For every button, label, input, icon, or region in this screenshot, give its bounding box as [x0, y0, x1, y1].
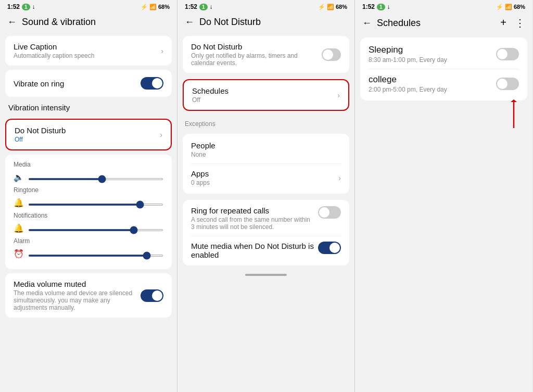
- schedules-list-card: Sleeping 8:30 am-1:00 pm, Every day coll…: [360, 37, 527, 100]
- sleeping-name: Sleeping: [369, 45, 447, 55]
- ring-repeated-text: Ring for repeated calls A second call fr…: [191, 206, 314, 231]
- ringtone-slider[interactable]: [28, 204, 163, 206]
- sleeping-row[interactable]: Sleeping 8:30 am-1:00 pm, Every day: [369, 45, 519, 64]
- people-row[interactable]: People None: [183, 136, 349, 163]
- dnd-main-card: Do Not Disturb Only get notified by alar…: [183, 36, 349, 73]
- download-icon-3: ↓: [387, 3, 390, 10]
- schedules-label: Schedules: [192, 86, 229, 95]
- schedules-text: Schedules Off: [192, 86, 229, 104]
- college-toggle[interactable]: [496, 78, 519, 90]
- college-text: college 2:00 pm-5:00 pm, Every day: [369, 74, 447, 93]
- mute-media-text: Mute media when Do Not Disturb is enable…: [191, 242, 314, 259]
- alarm-slider-row: ⏰: [14, 249, 163, 259]
- notifications-slider[interactable]: [28, 229, 163, 231]
- status-bar-1: 1:52 1 ↓ ⚡ 📶 68%: [0, 0, 177, 12]
- download-icon-1: ↓: [32, 3, 35, 10]
- media-muted-label: Media volume muted: [14, 280, 136, 288]
- apps-sublabel: 0 apps: [191, 179, 210, 186]
- media-slider-row: 🔈: [14, 172, 163, 182]
- more-options-button[interactable]: ⋮: [515, 17, 525, 29]
- live-caption-card[interactable]: Live Caption Automatically caption speec…: [5, 36, 172, 66]
- svg-marker-1: [511, 99, 517, 102]
- vibrate-on-ring-toggle[interactable]: [141, 77, 163, 90]
- media-muted-text: Media volume muted The media volume and …: [14, 280, 136, 311]
- notifications-slider-row: 🔔: [14, 223, 163, 233]
- bottom-strip-2: [183, 270, 349, 280]
- back-button-1[interactable]: ←: [7, 17, 17, 28]
- download-icon-2: ↓: [210, 3, 213, 10]
- status-bar-3: 1:52 1 ↓ ⚡ 📶 68%: [355, 0, 532, 12]
- back-button-3[interactable]: ←: [362, 18, 372, 29]
- status-right-2: ⚡ 📶 68%: [318, 4, 347, 10]
- battery-2: 68%: [336, 4, 347, 10]
- bluetooth-icon-2: ⚡: [318, 4, 325, 10]
- sleeping-text: Sleeping 8:30 am-1:00 pm, Every day: [369, 45, 447, 64]
- media-slider-group: Media 🔈: [14, 161, 163, 182]
- signal-icon-2: 📶: [327, 4, 334, 10]
- back-button-2[interactable]: ←: [185, 17, 194, 28]
- schedules-row: Schedules Off ›: [192, 86, 340, 104]
- bottom-opt-divider: [191, 236, 341, 236]
- dnd-main-text: Do Not Disturb Only get notified by alar…: [191, 42, 322, 67]
- media-muted-toggle[interactable]: [141, 289, 163, 302]
- battery-1: 68%: [158, 4, 170, 10]
- mute-media-toggle[interactable]: [318, 242, 341, 254]
- page-title-2: Do Not Disturb: [199, 17, 261, 28]
- people-text: People None: [191, 141, 215, 158]
- notifications-label: Notifications: [14, 212, 163, 219]
- ring-repeated-row: Ring for repeated calls A second call fr…: [191, 206, 341, 231]
- do-not-disturb-card[interactable]: Do Not Disturb Off ›: [5, 119, 172, 150]
- vibration-intensity-label: Vibration intensity: [8, 103, 70, 112]
- live-caption-row: Live Caption Automatically caption speec…: [14, 42, 163, 59]
- mute-media-row: Mute media when Do Not Disturb is enable…: [191, 242, 341, 259]
- ringtone-slider-group: Ringtone 🔔: [14, 186, 163, 208]
- college-row[interactable]: college 2:00 pm-5:00 pm, Every day: [369, 74, 519, 93]
- schedules-sublabel: Off: [192, 96, 229, 104]
- alarm-icon: ⏰: [14, 249, 24, 259]
- alarm-slider[interactable]: [28, 255, 163, 257]
- top-bar-2: ← Do Not Disturb: [177, 12, 354, 32]
- sliders-card: Media 🔈 Ringtone 🔔: [5, 155, 172, 269]
- status-left-1: 1:52 1 ↓: [7, 3, 35, 10]
- college-time: 2:00 pm-5:00 pm, Every day: [369, 86, 447, 93]
- panel2-content: Do Not Disturb Only get notified by alar…: [177, 32, 354, 392]
- ringtone-slider-row: 🔔: [14, 198, 163, 208]
- college-name: college: [369, 74, 447, 85]
- top-bar-3: ← Schedules + ⋮: [355, 12, 532, 33]
- apps-row[interactable]: Apps 0 apps ›: [183, 164, 349, 192]
- sleeping-toggle[interactable]: [496, 48, 519, 60]
- status-left-3: 1:52 1 ↓: [362, 3, 390, 10]
- dnd-main-toggle[interactable]: [322, 48, 341, 61]
- schedules-top-actions: + ⋮: [500, 17, 525, 29]
- status-bar-2: 1:52 1 ↓ ⚡ 📶 68%: [177, 0, 354, 12]
- status-left-2: 1:52 1 ↓: [185, 3, 213, 10]
- dnd-row: Do Not Disturb Off ›: [15, 126, 162, 143]
- media-label: Media: [14, 161, 163, 168]
- live-caption-text: Live Caption Automatically caption speec…: [14, 42, 94, 59]
- add-schedule-button[interactable]: +: [500, 17, 506, 29]
- dnd-text: Do Not Disturb Off: [15, 126, 66, 143]
- top-bar-1: ← Sound & vibration: [0, 12, 177, 32]
- time-2: 1:52: [185, 3, 197, 10]
- media-slider[interactable]: [28, 178, 163, 180]
- panel1-content: Live Caption Automatically caption speec…: [0, 32, 177, 392]
- signal-icon-3: 📶: [505, 4, 512, 10]
- exceptions-section-label: Exceptions: [183, 117, 349, 130]
- time-3: 1:52: [362, 3, 375, 10]
- alarm-slider-wrap: [28, 249, 163, 259]
- panel-do-not-disturb: 1:52 1 ↓ ⚡ 📶 68% ← Do Not Disturb Do Not…: [177, 0, 355, 392]
- live-caption-label: Live Caption: [14, 42, 94, 51]
- bottom-options-card: Ring for repeated calls A second call fr…: [183, 200, 349, 265]
- schedules-card[interactable]: Schedules Off ›: [183, 79, 349, 111]
- live-caption-sublabel: Automatically caption speech: [14, 52, 94, 59]
- ring-repeated-toggle[interactable]: [318, 206, 341, 219]
- time-1: 1:52: [7, 3, 20, 10]
- vibration-intensity-section: Vibration intensity: [5, 101, 172, 115]
- dnd-label: Do Not Disturb: [15, 126, 66, 135]
- schedules-chevron: ›: [337, 91, 340, 99]
- battery-3: 68%: [514, 4, 525, 10]
- alarm-label: Alarm: [14, 237, 163, 245]
- notification-badge-3: 1: [377, 4, 385, 10]
- people-sublabel: None: [191, 151, 215, 158]
- dnd-main-sublabel: Only get notified by alarms, timers and …: [191, 52, 322, 67]
